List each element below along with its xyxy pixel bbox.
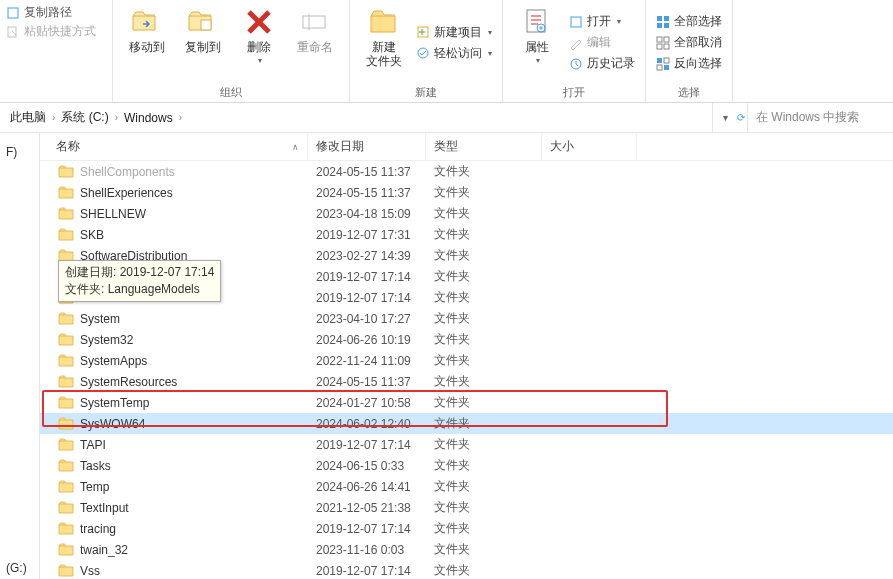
table-row[interactable]: SKB2019-12-07 17:31文件夹 xyxy=(40,224,893,245)
file-name: SystemApps xyxy=(80,354,147,368)
select-none-button[interactable]: 全部取消 xyxy=(654,33,724,52)
delete-icon xyxy=(243,6,275,38)
edit-button[interactable]: 编辑 xyxy=(567,33,637,52)
cell-date: 2024-05-15 11:37 xyxy=(308,375,426,389)
history-button[interactable]: 历史记录 xyxy=(567,54,637,73)
crumb-0[interactable]: 此电脑 xyxy=(6,107,50,128)
rename-button[interactable]: 重命名 xyxy=(289,4,341,81)
easy-access-button[interactable]: 轻松访问▾ xyxy=(414,44,494,63)
column-headers: 名称∧ 修改日期 类型 大小 xyxy=(40,133,893,161)
address-dropdown-button[interactable]: ▾ xyxy=(719,112,731,124)
select-all-button[interactable]: 全部选择 xyxy=(654,12,724,31)
table-row[interactable]: SystemResources2024-05-15 11:37文件夹 xyxy=(40,371,893,392)
table-row[interactable]: TAPI2019-12-07 17:14文件夹 xyxy=(40,434,893,455)
cell-name: twain_32 xyxy=(40,543,308,557)
table-row[interactable]: Temp2024-06-26 14:41文件夹 xyxy=(40,476,893,497)
cell-date: 2022-11-24 11:09 xyxy=(308,354,426,368)
folder-icon xyxy=(58,480,74,494)
cell-name: SHELLNEW xyxy=(40,207,308,221)
table-row[interactable]: System2023-04-10 17:27文件夹 xyxy=(40,308,893,329)
open-button[interactable]: 打开▾ xyxy=(567,12,637,31)
copy-path-button[interactable]: 复制路径 xyxy=(6,4,106,21)
col-name[interactable]: 名称∧ xyxy=(40,133,308,160)
crumb-1[interactable]: 系统 (C:) xyxy=(57,107,112,128)
file-name: TAPI xyxy=(80,438,106,452)
col-size[interactable]: 大小 xyxy=(542,133,637,160)
file-name: Tasks xyxy=(80,459,111,473)
cell-date: 2024-05-15 11:37 xyxy=(308,165,426,179)
file-name: ShellExperiences xyxy=(80,186,173,200)
file-name: System xyxy=(80,312,120,326)
table-row[interactable]: SystemTemp2024-01-27 10:58文件夹 xyxy=(40,392,893,413)
invert-selection-button[interactable]: 反向选择 xyxy=(654,54,724,73)
table-row[interactable]: ShellExperiences2024-05-15 11:37文件夹 xyxy=(40,182,893,203)
cell-type: 文件夹 xyxy=(426,226,542,243)
table-row[interactable]: TextInput2021-12-05 21:38文件夹 xyxy=(40,497,893,518)
chevron-right-icon[interactable]: › xyxy=(179,112,182,123)
cell-type: 文件夹 xyxy=(426,373,542,390)
folder-icon xyxy=(58,564,74,578)
svg-rect-20 xyxy=(664,58,669,63)
table-row[interactable]: Tasks2024-06-15 0:33文件夹 xyxy=(40,455,893,476)
history-icon xyxy=(569,57,583,71)
table-row[interactable]: SystemApps2022-11-24 11:09文件夹 xyxy=(40,350,893,371)
table-row[interactable]: tracing2019-12-07 17:14文件夹 xyxy=(40,518,893,539)
folder-icon xyxy=(58,396,74,410)
new-item-button[interactable]: 新建项目▾ xyxy=(414,23,494,42)
crumb-2[interactable]: Windows xyxy=(120,109,177,127)
cell-date: 2023-04-10 17:27 xyxy=(308,312,426,326)
chevron-right-icon[interactable]: › xyxy=(115,112,118,123)
svg-rect-16 xyxy=(664,37,669,42)
folder-icon xyxy=(58,186,74,200)
cell-type: 文件夹 xyxy=(426,478,542,495)
svg-rect-22 xyxy=(664,65,669,70)
rows-container: ShellComponents2024-05-15 11:37文件夹ShellE… xyxy=(40,161,893,579)
refresh-button[interactable]: ⟳ xyxy=(735,112,747,124)
chevron-right-icon[interactable]: › xyxy=(52,112,55,123)
new-folder-icon xyxy=(368,6,400,38)
easy-access-icon xyxy=(416,46,430,60)
properties-icon xyxy=(521,6,553,38)
table-row[interactable]: SHELLNEW2023-04-18 15:09文件夹 xyxy=(40,203,893,224)
nav-pane[interactable]: F) (G:) xyxy=(0,133,40,579)
cell-date: 2019-12-07 17:14 xyxy=(308,438,426,452)
cell-date: 2019-12-07 17:14 xyxy=(308,291,426,305)
cell-date: 2023-04-18 15:09 xyxy=(308,207,426,221)
file-name: twain_32 xyxy=(80,543,128,557)
svg-rect-14 xyxy=(664,23,669,28)
cell-type: 文件夹 xyxy=(426,541,542,558)
copy-to-button[interactable]: 复制到 xyxy=(177,4,229,81)
clipboard-group: 复制路径 粘贴快捷方式 xyxy=(0,0,113,102)
new-item-icon xyxy=(416,25,430,39)
chevron-down-icon: ▾ xyxy=(258,56,262,65)
drive-g[interactable]: (G:) xyxy=(0,557,39,579)
cell-name: ShellExperiences xyxy=(40,186,308,200)
table-row[interactable]: twain_322023-11-16 0:03文件夹 xyxy=(40,539,893,560)
col-type[interactable]: 类型 xyxy=(426,133,542,160)
svg-rect-3 xyxy=(303,16,325,28)
cell-type: 文件夹 xyxy=(426,247,542,264)
paste-shortcut-button[interactable]: 粘贴快捷方式 xyxy=(6,23,106,40)
file-name: System32 xyxy=(80,333,133,347)
cell-name: SystemApps xyxy=(40,354,308,368)
cell-type: 文件夹 xyxy=(426,163,542,180)
table-row[interactable]: Vss2019-12-07 17:14文件夹 xyxy=(40,560,893,579)
select-group: 全部选择 全部取消 反向选择 选择 xyxy=(646,0,733,102)
delete-button[interactable]: 删除 ▾ xyxy=(233,4,285,81)
properties-button[interactable]: 属性 ▾ xyxy=(511,4,563,81)
search-input[interactable]: 在 Windows 中搜索 xyxy=(747,103,887,132)
tooltip: 创建日期: 2019-12-07 17:14 文件夹: LanguageMode… xyxy=(58,260,221,302)
open-group: 属性 ▾ 打开▾ 编辑 历史记录 打开 xyxy=(503,0,646,102)
drive-f[interactable]: F) xyxy=(0,141,39,163)
cell-type: 文件夹 xyxy=(426,268,542,285)
select-none-icon xyxy=(656,36,670,50)
col-date[interactable]: 修改日期 xyxy=(308,133,426,160)
new-folder-button[interactable]: 新建 文件夹 xyxy=(358,4,410,81)
cell-name: TAPI xyxy=(40,438,308,452)
table-row[interactable]: System322024-06-26 10:19文件夹 xyxy=(40,329,893,350)
select-all-icon xyxy=(656,15,670,29)
table-row[interactable]: ShellComponents2024-05-15 11:37文件夹 xyxy=(40,161,893,182)
move-to-button[interactable]: 移动到 xyxy=(121,4,173,81)
breadcrumb[interactable]: 此电脑 › 系统 (C:) › Windows › xyxy=(6,107,712,128)
table-row[interactable]: SysWOW642024-06-02 12:40文件夹 xyxy=(40,413,893,434)
